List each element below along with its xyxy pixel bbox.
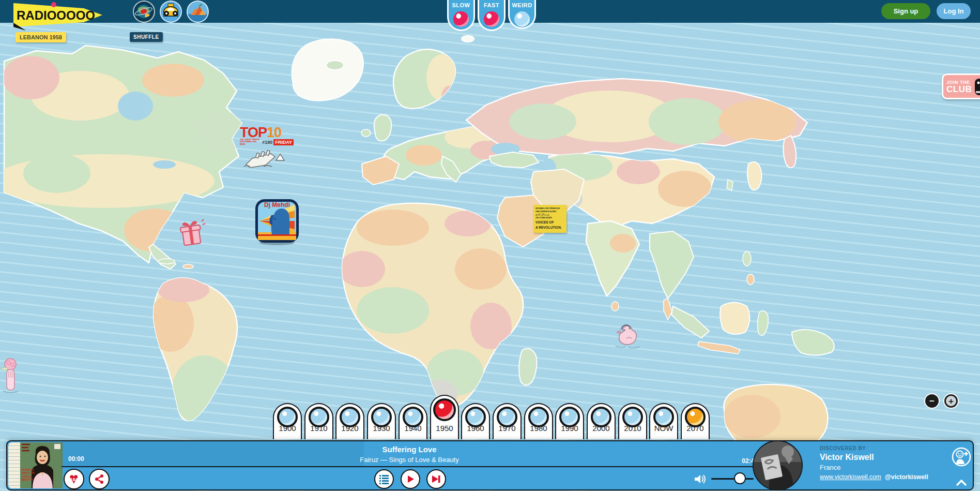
voices-line: JIN JIYAN AZADI [535, 216, 564, 219]
mood-ball-fast-on [484, 11, 499, 27]
decade-label: 1970 [494, 424, 520, 433]
decade-label: 1910 [305, 424, 332, 433]
world-map-container[interactable]: TOP 10 THE 10 BEST TRACKSDISCOVERED THIS… [0, 0, 980, 491]
decade-label: 1940 [400, 424, 426, 433]
decade-label: 1950 [431, 424, 458, 433]
decade-tab-1960[interactable]: 1960 [461, 403, 490, 439]
discoverer-links: www.victorkiswell.com @victorkiswell [820, 473, 928, 481]
discovered-by-label: DISCOVERED BY [820, 445, 928, 451]
logo-pink-dot [51, 2, 56, 7]
decade-label: 2070 [682, 424, 709, 433]
radiooooo-logo[interactable]: RADIOOOOO [6, 1, 104, 30]
volume-icon[interactable] [694, 473, 707, 487]
logo-text: RADIOOOOO [17, 8, 95, 22]
share-button[interactable] [89, 469, 110, 489]
voices-of-a-revolution-album[interactable]: WOMAN LIFE FREEDOM ZAN ZENDEGI AZADI زن … [533, 205, 566, 233]
top10-subtext: THE 10 BEST TRACKSDISCOVERED THIS WEEK [240, 139, 261, 146]
top10-num: 10 [267, 127, 281, 139]
discoverer-handle[interactable]: @victorkiswell [885, 473, 928, 481]
mood-tab-fast[interactable]: FAST [478, 0, 506, 31]
decade-tab-1940[interactable]: 1940 [399, 403, 427, 439]
duck-with-headphones [614, 324, 642, 353]
decade-tab-now[interactable]: NOW [649, 403, 678, 439]
volume-slider-knob[interactable] [734, 472, 746, 484]
volume-slider-track[interactable] [711, 478, 754, 480]
taxi-mode-icon[interactable] [160, 1, 182, 23]
decade-label: 1930 [368, 424, 395, 433]
play-button[interactable] [401, 469, 420, 489]
discoverer-website-link[interactable]: www.victorkiswell.com [820, 473, 881, 481]
map-zoom-in-button[interactable]: + [944, 394, 958, 408]
like-button[interactable]: ♥ 184 [64, 469, 84, 489]
progress-played-shade [62, 441, 364, 466]
gift-icon [179, 218, 206, 250]
flower-hand-character [0, 356, 25, 396]
decade-label: NOW [650, 424, 677, 433]
skip-next-icon [431, 474, 441, 484]
dj-mehdi-album[interactable]: Dj Mehdi [254, 198, 300, 248]
decade-tab-1950-active[interactable]: 1950 [430, 395, 459, 439]
discoverer-name: Victor Kiswell [820, 453, 928, 462]
join-club-line1: JOIN THE [946, 80, 972, 85]
decade-tab-2000[interactable]: 2000 [587, 403, 616, 439]
discoverer-avatar[interactable] [753, 440, 803, 490]
mood-tab-weird[interactable]: WEIRD [508, 0, 536, 29]
mood-label: WEIRD [510, 2, 534, 8]
mood-tab-slow[interactable]: SLOW [447, 0, 475, 31]
discoverer-country: France [820, 464, 928, 471]
mood-ball-weird-off [514, 11, 530, 27]
share-icon [94, 474, 104, 484]
elapsed-time: 00:00 [68, 455, 84, 463]
voices-title: A REVOLUTION. [535, 226, 564, 230]
decade-tab-1990[interactable]: 1990 [555, 403, 584, 439]
selected-station-badge[interactable]: LEBANON 1958 [16, 32, 66, 42]
playlist-button[interactable] [374, 469, 394, 489]
decade-tab-2010[interactable]: 2010 [618, 403, 647, 439]
decade-tab-1910[interactable]: 1910 [304, 403, 333, 439]
follow-discoverer-button[interactable] [951, 447, 972, 469]
album-sleeve-edge [8, 442, 20, 488]
club-penguin-icon [974, 78, 980, 95]
discovered-by-block: DISCOVERED BY Victor Kiswell France www.… [820, 445, 928, 481]
sign-up-button[interactable]: Sign up [881, 3, 930, 19]
top10-friday-playlist[interactable]: TOP 10 THE 10 BEST TRACKSDISCOVERED THIS… [240, 127, 294, 146]
decade-label: 1900 [274, 424, 301, 433]
decade-ball-active [433, 398, 456, 421]
mood-ball-slow-on [453, 11, 469, 27]
like-count: 184 [65, 477, 83, 482]
voices-title: VOICES OF [535, 220, 564, 225]
log-in-button[interactable]: Log In [937, 3, 971, 19]
world-map[interactable] [0, 0, 980, 491]
collapse-player-chevron[interactable] [956, 479, 967, 488]
playlist-icon [379, 474, 389, 484]
decade-tab-1930[interactable]: 1930 [367, 403, 396, 439]
seek-bar[interactable] [62, 466, 758, 467]
world-mode-icon[interactable] [133, 1, 155, 23]
decade-label: 1990 [556, 424, 583, 433]
sinking-ship-doodle [243, 149, 290, 176]
mood-label: FAST [479, 2, 504, 8]
join-club-line2: CLUB [946, 85, 972, 94]
decade-tab-2070[interactable]: 2070 [681, 403, 710, 439]
mood-label: SLOW [449, 2, 473, 8]
next-track-button[interactable] [426, 469, 446, 489]
player-bar: FEIROUZ SINGS OF LOVE & BEAUTY 00:00 Suf… [6, 440, 974, 490]
decade-tab-1980[interactable]: 1980 [524, 403, 553, 439]
album-art[interactable] [20, 442, 63, 488]
island-mode-icon[interactable] [187, 1, 209, 23]
shuffle-button[interactable]: SHUFFLE [130, 32, 163, 42]
join-the-club-badge[interactable]: JOIN THE CLUB [942, 73, 980, 99]
decade-label: 1980 [525, 424, 552, 433]
decade-label: 1920 [336, 424, 363, 433]
top10-issue: #190 [262, 140, 272, 145]
play-icon [406, 474, 415, 484]
top10-word: TOP [240, 127, 267, 139]
decade-tab-1970[interactable]: 1970 [493, 403, 522, 439]
decade-label: 2000 [588, 424, 615, 433]
dj-mehdi-title: Dj Mehdi [264, 201, 290, 209]
decade-tab-1920[interactable]: 1920 [335, 403, 364, 439]
top10-friday-tag: FRIDAY [273, 139, 294, 145]
decade-tab-1900[interactable]: 1900 [273, 403, 302, 439]
map-zoom-out-button[interactable]: − [925, 394, 939, 408]
radiooooo-app: TOP 10 THE 10 BEST TRACKSDISCOVERED THIS… [0, 0, 980, 491]
